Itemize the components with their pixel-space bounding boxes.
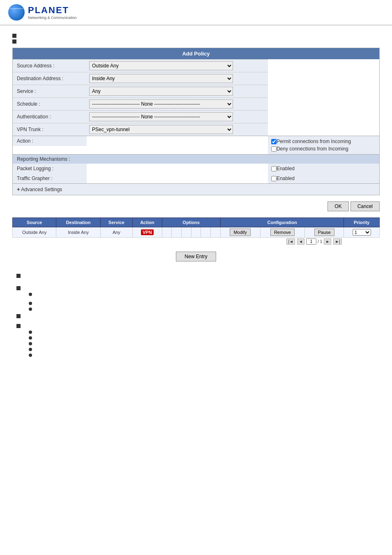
pag-first[interactable]: |◄: [286, 238, 295, 245]
permit-checkbox[interactable]: [271, 139, 277, 144]
remove-button[interactable]: Remove: [270, 229, 295, 236]
plus-icon: +: [17, 186, 20, 192]
cell-pause[interactable]: Pause: [305, 227, 344, 238]
destination-address-control[interactable]: Inside Any Outside Any Any: [87, 72, 268, 85]
table-row: Outside Any Inside Any Any VPN Modify: [13, 227, 380, 238]
schedule-control[interactable]: ----------------------------- None -----…: [87, 98, 268, 110]
cell-action: VPN: [133, 227, 162, 238]
destination-address-row: Destination Address : Inside Any Outside…: [13, 72, 268, 85]
cancel-button[interactable]: Cancel: [350, 201, 380, 211]
packet-logging-row: Packet Logging : Enabled: [13, 164, 380, 173]
action-control: Permit connections from Incoming Deny co…: [268, 136, 380, 155]
pause-button[interactable]: Pause: [314, 229, 334, 236]
advanced-settings-label: Advanced Settings: [21, 187, 62, 192]
logo-sub: Networking & Communication: [28, 16, 77, 20]
col-action: Action: [133, 218, 162, 227]
service-row: Service : Any HTTP FTP: [13, 85, 268, 97]
permit-label: Permit connections from Incoming: [277, 139, 351, 144]
cell-destination: Inside Any: [56, 227, 100, 238]
action-row: Action : Permit connections from Incomin…: [13, 136, 380, 155]
source-address-control[interactable]: Outside Any Inside Any Any: [87, 60, 268, 72]
pag-last[interactable]: ►|: [333, 238, 342, 245]
vpn-trunk-label: VPN Trunk :: [13, 123, 87, 136]
round-bullet-icon-5: [29, 336, 32, 340]
priority-select[interactable]: 1 2 3: [353, 229, 371, 236]
logo-area: PLANET Networking & Communication: [8, 4, 77, 21]
reporting-label: Reporting Mechanisms :: [17, 156, 70, 162]
traffic-grapher-label: Traffic Grapher :: [13, 173, 87, 183]
permit-checkbox-row[interactable]: Permit connections from Incoming: [271, 139, 376, 144]
add-policy-form: Add Policy Source Address : Outside Any …: [12, 48, 380, 195]
service-label: Service :: [13, 85, 87, 97]
advanced-settings-row[interactable]: + Advanced Settings: [13, 184, 380, 195]
col-destination: Destination: [56, 218, 100, 227]
source-address-row: Source Address : Outside Any Inside Any …: [13, 59, 268, 72]
deny-checkbox[interactable]: [271, 146, 277, 152]
form-title: Add Policy: [13, 48, 380, 60]
pag-page-input[interactable]: [306, 238, 316, 245]
deny-checkbox-row[interactable]: Deny connections from Incoming: [271, 146, 376, 152]
cell-remove[interactable]: Remove: [260, 227, 305, 238]
ok-button[interactable]: OK: [327, 201, 348, 211]
vpn-trunk-control[interactable]: PSec_vpn-tunnel None: [87, 123, 268, 136]
cell-opt1: [162, 227, 172, 238]
pag-separator: /: [318, 239, 319, 244]
advanced-settings[interactable]: + Advanced Settings: [13, 184, 380, 195]
new-entry-button[interactable]: New Entry: [176, 252, 216, 261]
lower-item-1: [16, 274, 380, 278]
authentication-select[interactable]: ----------------------------- None -----…: [89, 112, 233, 121]
pagination-row: |◄ ◄ / 1 ► ►|: [13, 238, 380, 246]
lower-item-9: [29, 336, 380, 340]
traffic-grapher-enabled: Enabled: [277, 176, 295, 181]
logo-planet: PLANET: [28, 5, 77, 16]
round-bullet-icon-1: [29, 293, 32, 296]
logo-text: PLANET Networking & Communication: [28, 5, 77, 20]
modify-button[interactable]: Modify: [230, 229, 250, 236]
lower-item-12: [29, 354, 380, 357]
traffic-grapher-control[interactable]: Enabled: [268, 173, 380, 184]
cell-priority[interactable]: 1 2 3: [344, 227, 380, 238]
vpn-badge: VPN: [141, 229, 154, 235]
pag-prev[interactable]: ◄: [297, 238, 304, 245]
schedule-select[interactable]: ----------------------------- None -----…: [89, 99, 233, 109]
lower-item-8: [29, 331, 380, 334]
cell-service: Any: [100, 227, 132, 238]
authentication-control[interactable]: ----------------------------- None -----…: [87, 111, 268, 123]
pagination: |◄ ◄ / 1 ► ►|: [13, 238, 344, 246]
authentication-row: Authentication : -----------------------…: [13, 110, 268, 123]
deny-label: Deny connections from Incoming: [277, 146, 348, 152]
cell-opt3: [181, 227, 191, 238]
traffic-grapher-checkbox-row[interactable]: Enabled: [271, 176, 376, 181]
round-bullet-icon-4: [29, 331, 32, 334]
reporting-header: Reporting Mechanisms :: [13, 155, 380, 164]
pag-next[interactable]: ►: [324, 238, 331, 245]
policy-table-wrapper: Source Destination Service Action Option…: [12, 217, 380, 245]
table-header-row: Source Destination Service Action Option…: [13, 218, 380, 227]
packet-logging-checkbox-row[interactable]: Enabled: [271, 166, 376, 171]
cell-modify[interactable]: Modify: [220, 227, 260, 238]
col-options: Options: [162, 218, 220, 227]
round-bullet-icon-3: [29, 308, 32, 311]
destination-address-select[interactable]: Inside Any Outside Any Any: [89, 74, 233, 83]
service-select[interactable]: Any HTTP FTP: [89, 87, 233, 96]
lower-item-7: [16, 324, 380, 328]
service-control[interactable]: Any HTTP FTP: [87, 85, 268, 97]
packet-logging-checkbox[interactable]: [271, 166, 277, 171]
reporting-header-row: Reporting Mechanisms :: [13, 155, 380, 164]
packet-logging-enabled: Enabled: [277, 166, 295, 171]
packet-logging-label: Packet Logging :: [13, 164, 87, 173]
vpn-trunk-select[interactable]: PSec_vpn-tunnel None: [89, 125, 233, 134]
traffic-grapher-row: Traffic Grapher : Enabled: [13, 173, 380, 184]
packet-logging-control[interactable]: Enabled: [268, 164, 380, 173]
round-bullet-icon-7: [29, 348, 32, 351]
round-bullet-icon-6: [29, 342, 32, 345]
round-bullet-icon-2: [29, 302, 32, 305]
breadcrumb-bullet-2: [12, 39, 16, 44]
logo-globe-icon: [8, 4, 25, 21]
cell-source: Outside Any: [13, 227, 56, 238]
vpn-trunk-row: VPN Trunk : PSec_vpn-tunnel None: [13, 123, 268, 136]
source-address-select[interactable]: Outside Any Inside Any Any: [89, 61, 233, 70]
traffic-grapher-checkbox[interactable]: [271, 176, 277, 181]
schedule-label: Schedule :: [13, 98, 87, 110]
destination-address-label: Destination Address :: [13, 72, 87, 85]
